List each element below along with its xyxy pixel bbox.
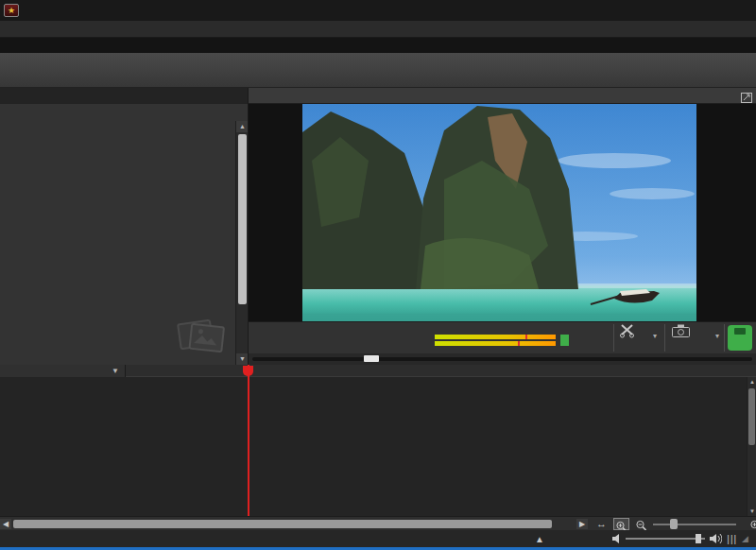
preview-header <box>249 88 756 104</box>
scroll-left-icon[interactable]: ◀ <box>0 519 11 529</box>
camera-360-icon <box>734 328 746 335</box>
video-viewport[interactable] <box>249 104 756 321</box>
timeline-ruler[interactable] <box>126 365 747 377</box>
scissors-icon <box>619 324 636 338</box>
status-bar: ▲ ||| ◢ <box>0 530 756 547</box>
resize-grip-icon: ◢ <box>742 534 748 543</box>
media-scrollbar[interactable]: ▲ ▼ <box>235 121 248 365</box>
split-button[interactable] <box>619 324 636 339</box>
playback-controls: ▾ ▾ <box>249 321 756 353</box>
seek-handle[interactable] <box>364 355 379 362</box>
maximize-button[interactable] <box>692 0 724 21</box>
timeline-selector[interactable]: ▼ <box>0 365 126 377</box>
mixer-icon[interactable]: ||| <box>727 534 737 544</box>
videopad-window: ★ <box>0 0 756 550</box>
timeline-zoom-controls: ↔ <box>593 518 756 530</box>
app-icon: ★ <box>4 4 19 17</box>
split-menu-caret[interactable]: ▾ <box>653 332 657 340</box>
timeline-vscrollbar[interactable]: ▲ ▼ <box>747 377 756 516</box>
timeline-hscroll-row: ◀ ▶ ↔ <box>0 516 756 530</box>
preview-panel: ▾ ▾ <box>249 88 756 365</box>
preview-360-button[interactable] <box>728 325 752 351</box>
volume-cluster: ||| ◢ <box>612 533 748 544</box>
timeline-hscroll-thumb[interactable] <box>13 520 552 528</box>
preview-frame <box>302 104 696 321</box>
media-tabs <box>0 88 248 104</box>
images-watermark-icon <box>176 314 229 361</box>
playhead-line[interactable] <box>248 365 249 516</box>
scroll-right-icon[interactable]: ▶ <box>576 519 588 529</box>
media-scroll-up-icon[interactable]: ▲ <box>236 121 249 132</box>
minimize-button[interactable] <box>660 0 692 21</box>
timeline-ruler-row: ▼ <box>0 365 756 377</box>
media-scroll-thumb[interactable] <box>238 134 247 304</box>
speaker-min-icon[interactable] <box>612 534 621 543</box>
volume-slider[interactable] <box>626 533 705 544</box>
timeline-zoom-slider[interactable] <box>653 518 736 530</box>
timeline-dropdown-caret[interactable]: ▼ <box>112 365 119 377</box>
timeline-scroll-up-icon[interactable]: ▲ <box>747 377 756 387</box>
main-area: ▲ ▼ <box>0 88 756 365</box>
menu-bar <box>0 21 756 38</box>
snapshot-menu-caret[interactable]: ▾ <box>715 332 719 340</box>
close-button[interactable] <box>724 0 756 21</box>
zoom-out-icon[interactable] <box>633 518 649 530</box>
camera-icon <box>672 324 690 337</box>
timeline-panel: ▼ ▲ ▼ <box>0 365 756 516</box>
media-actions <box>0 104 248 121</box>
media-scroll-down-icon[interactable]: ▼ <box>236 353 249 365</box>
panel-toggle-icon[interactable]: ▲ <box>535 534 544 544</box>
meter-peak-indicator <box>560 335 569 346</box>
timeline-scroll-down-icon[interactable]: ▼ <box>747 507 756 516</box>
audio-level-meter <box>435 335 572 348</box>
zoom-in-icon[interactable] <box>613 518 629 530</box>
playhead-marker[interactable] <box>243 366 253 376</box>
ribbon-tab-bar <box>0 38 756 53</box>
speaker-max-icon[interactable] <box>710 534 722 543</box>
snapshot-button[interactable] <box>672 324 690 338</box>
title-bar: ★ <box>0 0 756 21</box>
fit-timeline-icon[interactable]: ↔ <box>593 518 610 530</box>
zoom-full-icon[interactable] <box>747 518 756 530</box>
main-toolbar <box>0 53 756 88</box>
preview-seek-bar[interactable] <box>249 353 756 365</box>
media-panel: ▲ ▼ <box>0 88 249 365</box>
window-controls <box>660 0 756 21</box>
